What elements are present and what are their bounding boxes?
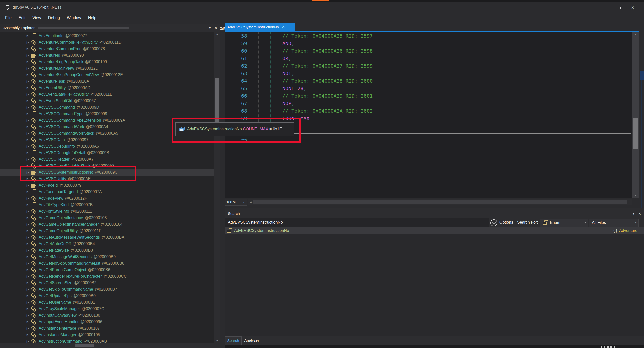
tree-item-AdvGetAutoMessageWaitSeconds[interactable]: ▷AdvGetAutoMessageWaitSeconds@020000BA [0, 234, 214, 241]
tree-horizontal-scrollbar[interactable] [0, 343, 220, 348]
expander-icon[interactable]: ▷ [27, 221, 30, 228]
expander-icon[interactable]: ▷ [27, 72, 30, 78]
close-icon[interactable]: ✕ [636, 212, 643, 216]
expander-icon[interactable]: ▷ [27, 312, 30, 319]
expander-icon[interactable]: ▷ [27, 143, 30, 150]
expander-icon[interactable]: ▷ [27, 182, 30, 189]
minimize-button[interactable]: – [602, 4, 613, 11]
expander-icon[interactable]: ▷ [27, 338, 30, 343]
chevron-down-icon[interactable]: ▼ [633, 219, 638, 226]
expander-icon[interactable]: ▷ [27, 189, 30, 195]
expander-icon[interactable]: ▷ [27, 52, 30, 59]
close-icon[interactable]: ✕ [213, 26, 219, 30]
tree-item-AdventureMainView[interactable]: ▷AdventureMainView@0200012D [0, 65, 214, 72]
expander-icon[interactable]: ▷ [27, 78, 30, 85]
tree-item-AdvEVSCHeader[interactable]: ▷AdvEVSCHeader@020000A7 [0, 156, 214, 163]
chevron-down-icon[interactable]: ▼ [207, 26, 213, 29]
tree-item-AdvGetMessageWaitSeconds[interactable]: ▷AdvGetMessageWaitSeconds@020000B9 [0, 254, 214, 260]
expander-icon[interactable]: ▷ [27, 59, 30, 65]
search-files-dropdown[interactable]: All Files ▼ [589, 219, 639, 227]
tree-item-AdvEventDataFilePathUtility[interactable]: ▷AdvEventDataFilePathUtility@0200011E [0, 91, 214, 98]
search-kind-dropdown[interactable]: Enum ▼ [540, 219, 588, 227]
expander-icon[interactable]: ▷ [27, 280, 30, 286]
tree-item-AdvFileTypeKind[interactable]: ▷AdvFileTypeKind@0200007B [0, 202, 214, 208]
editor-vertical-scrollbar[interactable]: ▲ ▼ [632, 32, 639, 198]
expander-icon[interactable]: ▷ [27, 286, 30, 293]
tree-item-AdvInputCanvasView[interactable]: ▷AdvInputCanvasView@02000130 [0, 312, 214, 319]
tree-item-AdvGrayScaleManager[interactable]: ▷AdvGrayScaleManager@0200007C [0, 306, 214, 312]
menu-item-help[interactable]: Help [85, 16, 100, 20]
chevron-down-icon[interactable]: ▼ [241, 199, 247, 206]
expander-icon[interactable]: ▷ [27, 156, 30, 163]
expander-icon[interactable]: ▷ [27, 273, 30, 280]
tree-item-AdventureSkipPopupContentView[interactable]: ▷AdventureSkipPopupContentView@0200012E [0, 72, 214, 78]
expander-icon[interactable]: ▷ [27, 267, 30, 273]
expander-icon[interactable]: ▷ [27, 195, 30, 202]
expander-icon[interactable]: ▷ [27, 306, 30, 312]
scroll-down-icon[interactable]: ▼ [214, 339, 220, 342]
options-chevron-icon[interactable] [490, 219, 497, 226]
tree-item-AdventureTask[interactable]: ▷AdventureTask@0200010A [0, 78, 214, 85]
expander-icon[interactable]: ▷ [27, 260, 30, 267]
expander-icon[interactable]: ▷ [27, 117, 30, 124]
tool-tab-search[interactable]: Search [225, 336, 242, 345]
tree-item-AdvFaceLoadTargetId[interactable]: ▷AdvFaceLoadTargetId@0200007A [0, 189, 214, 195]
expander-icon[interactable]: ▷ [27, 241, 30, 247]
expander-icon[interactable]: ▷ [27, 104, 30, 111]
expander-icon[interactable]: ▷ [27, 85, 30, 91]
expander-icon[interactable]: ▷ [27, 46, 30, 52]
tree-item-AdvGetSkipToCommandName[interactable]: ▷AdvGetSkipToCommandName@020000B7 [0, 286, 214, 293]
expander-icon[interactable]: ▷ [27, 247, 30, 254]
tree-item-AdvInstanceInterface[interactable]: ▷AdvInstanceInterface@02000107 [0, 325, 214, 332]
tree-item-AdvInputEventHandler[interactable]: ▷AdvInputEventHandler@02000096 [0, 319, 214, 325]
expander-icon[interactable]: ▷ [27, 228, 30, 234]
expander-icon[interactable]: ▷ [27, 33, 30, 39]
tree-item-AdvGameObjectInstanceManager[interactable]: ▷AdvGameObjectInstanceManager@02000104 [0, 221, 214, 228]
editor-horizontal-scrollbar[interactable]: ◀ [248, 199, 632, 205]
expander-icon[interactable]: ▷ [27, 293, 30, 299]
tab-advevscsysteminstructionno[interactable]: AdvEVSCSystemInstructionNo ✕ [225, 23, 295, 31]
expander-icon[interactable]: ▷ [27, 299, 30, 306]
scrollbar-thumb[interactable] [253, 200, 627, 204]
tree-item-AdvEventScriptCtrl[interactable]: ▷AdvEventScriptCtrl@02000067 [0, 98, 214, 104]
menu-item-file[interactable]: File [2, 16, 15, 20]
tree-item-AdvGetRenderTextureForCharacter[interactable]: ▷AdvGetRenderTextureForCharacter@020000C… [0, 273, 214, 280]
tree-item-AdvInstanceManager[interactable]: ▷AdvInstanceManager@02000105 [0, 332, 214, 338]
expander-icon[interactable]: ▷ [27, 130, 30, 137]
tree-item-AdvEVSCDebugInfoDetail[interactable]: ▷AdvEVSCDebugInfoDetail@0200009B [0, 150, 214, 156]
expander-icon[interactable]: ▷ [27, 254, 30, 260]
tree-item-AdvGetUserName[interactable]: ▷AdvGetUserName@020000B1 [0, 299, 214, 306]
expander-icon[interactable]: ▷ [27, 111, 30, 117]
tree-item-AdvGetParentGameObject[interactable]: ▷AdvGetParentGameObject@020000B6 [0, 267, 214, 273]
tree-item-AdvGetNoSkipCommandNameList[interactable]: ▷AdvGetNoSkipCommandNameList@020000B8 [0, 260, 214, 267]
tree-item-AdvEVSCCommand[interactable]: ▷AdvEVSCCommand@0200009D [0, 104, 214, 111]
menu-item-window[interactable]: Window [63, 16, 85, 20]
scroll-up-icon[interactable]: ▲ [632, 33, 639, 36]
tree-item-AdvGameObjectUtility[interactable]: ▷AdvGameObjectUtility@0200011F [0, 228, 214, 234]
tab-close-icon[interactable]: ✕ [282, 25, 285, 29]
expander-icon[interactable]: ▷ [27, 137, 30, 143]
tree-item-AdventureCommonProc[interactable]: ▷AdventureCommonProc@02000078 [0, 46, 214, 52]
tree-item-AdvGetScreenSize[interactable]: ▷AdvGetScreenSize@020000B2 [0, 280, 214, 286]
expander-icon[interactable]: ▷ [27, 91, 30, 98]
tree-item-AdvFadeView[interactable]: ▷AdvFadeView@0200012F [0, 195, 214, 202]
tree-item-AdvFaceId[interactable]: ▷AdvFaceId@02000079 [0, 182, 214, 189]
tree-item-AdventureId[interactable]: ▷AdventureId@02000090 [0, 52, 214, 59]
expander-icon[interactable]: ▷ [27, 215, 30, 221]
close-button[interactable]: ✕ [627, 4, 639, 11]
tree-item-AdvGetUpdateFps[interactable]: ▷AdvGetUpdateFps@020000B0 [0, 293, 214, 299]
tree-vertical-scrollbar[interactable]: ▲ ▼ [214, 32, 220, 343]
expander-icon[interactable]: ▷ [27, 98, 30, 104]
menu-item-view[interactable]: View [29, 16, 44, 20]
tree-item-AdvEVSCCommandType[interactable]: ▷AdvEVSCCommandType@02000099 [0, 111, 214, 117]
tree-item-AdvFontStyleInfo[interactable]: ▷AdvFontStyleInfo@02000111 [0, 208, 214, 215]
tree-item-AdvEVSCDebugInfo[interactable]: ▷AdvEVSCDebugInfo@020000A6 [0, 143, 214, 150]
code-editor[interactable]: 58// Token: 0x04000A25 RID: 259759AND,60… [225, 32, 632, 198]
scrollbar-thumb[interactable] [215, 78, 219, 124]
scrollbar-thumb[interactable] [633, 118, 638, 149]
expander-icon[interactable]: ▷ [27, 208, 30, 215]
tree-item-AdventureCommonFilePathUtility[interactable]: ▷AdventureCommonFilePathUtility@0200011D [0, 39, 214, 46]
tree-item-AdvInstructionCommand[interactable]: ▷AdvInstructionCommand@020000AB [0, 338, 214, 343]
tool-tab-analyzer[interactable]: Analyzer [242, 336, 262, 345]
scroll-up-icon[interactable]: ▲ [214, 33, 220, 35]
